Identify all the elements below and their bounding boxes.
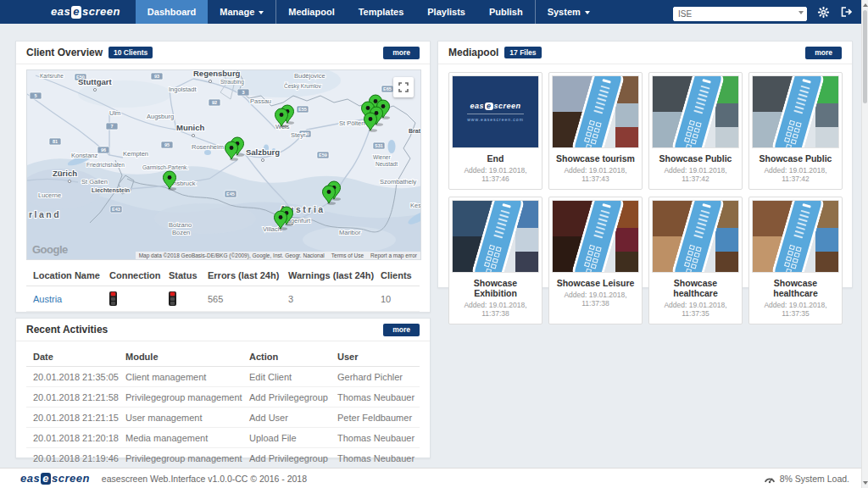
media-card-showcase-healthcare[interactable]: Showcase healthcareAdded: 19.01.2018, 11… (748, 197, 843, 324)
media-added-timestamp: Added: 19.01.2018, 11:37:42 (752, 166, 839, 183)
logout-button[interactable] (840, 6, 853, 18)
media-title: Showcase Leisure (552, 278, 639, 288)
media-title: Showcase healthcare (652, 278, 739, 298)
activity-action: Edit Client (249, 372, 337, 382)
media-card-showcase-leisure[interactable]: Showcase LeisureAdded: 19.01.2018, 11:37… (548, 197, 643, 324)
map-city-label: Szombathely (380, 178, 417, 186)
fullscreen-icon (398, 82, 409, 92)
search-input[interactable] (673, 7, 807, 21)
activity-row[interactable]: 20.01.2018 21:21:15User managementAdd Us… (26, 408, 420, 428)
version-text: easescreen Web.Interface v1.0.0-CC © 201… (102, 474, 307, 484)
road-shield: E59 (317, 152, 329, 158)
map-city-label: Zürich (53, 169, 77, 178)
media-thumbnail (552, 200, 639, 273)
location-link[interactable]: Austria (33, 294, 62, 304)
media-card-showcase-exhibition[interactable]: Showcase ExhibitionAdded: 19.01.2018, 11… (448, 197, 542, 324)
map-city-label: Bolzano (169, 221, 192, 229)
mediapool-panel: Mediapool 17 Files more easescreenwww.ea… (437, 41, 853, 288)
scrollbar-thumb[interactable] (863, 10, 867, 103)
map-city-label: rland (29, 209, 61, 219)
media-title: End (452, 153, 539, 164)
table-header-row: DateModuleActionUser (26, 347, 420, 367)
brand-logo[interactable]: easescreen (0, 0, 136, 24)
activity-date: 20.01.2018 21:35:05 (33, 372, 125, 382)
activity-row[interactable]: 20.01.2018 21:21:58Privilegegroup manage… (26, 387, 420, 408)
media-card-showcase-public[interactable]: Showcase PublicAdded: 19.01.2018, 11:37:… (748, 72, 843, 190)
nav-item-system[interactable]: System (536, 0, 602, 24)
table-row[interactable]: Austria565310 (26, 286, 420, 312)
activity-row[interactable]: 20.01.2018 21:19:46Privilegegroup manage… (26, 448, 420, 469)
nav-item-dashboard[interactable]: Dashboard (136, 0, 208, 24)
nav-item-mediapool[interactable]: Mediapool (276, 0, 346, 24)
nav-item-publish[interactable]: Publish (477, 0, 536, 24)
road-shield: 95 (161, 141, 173, 148)
svg-text:E65: E65 (383, 86, 392, 92)
media-title: Showcase healthcare (752, 278, 839, 298)
report-map-error-link[interactable]: Report a map error (370, 252, 417, 258)
activity-user: Peter Feldbaumer (337, 413, 428, 423)
map-canvas: E505939279596813E55E60E59E65E43E45S31 Ka… (27, 70, 421, 260)
clients-map[interactable]: E505939279596813E55E60E59E65E43E45S31 Ka… (26, 69, 421, 260)
media-card-showcase-tourism[interactable]: Showcase tourismAdded: 19.01.2018, 11:37… (548, 72, 643, 190)
nav-item-label: Dashboard (147, 7, 196, 17)
scroll-up-arrow-icon[interactable] (863, 3, 868, 7)
column-header: Clients (381, 270, 428, 280)
settings-button[interactable] (817, 6, 830, 19)
media-card-end[interactable]: easescreenwww.easescreen.comEndAdded: 19… (448, 72, 542, 190)
road-shield: 96 (97, 147, 109, 153)
easescreen-logo: easescreen (51, 5, 120, 18)
files-count-badge: 17 Files (504, 47, 541, 58)
page-scrollbar[interactable] (861, 0, 868, 488)
gauge-icon (764, 474, 776, 484)
road-shield: E55 (297, 106, 309, 113)
map-data-credit: Map data ©2018 GeoBasis-DE/BKG (©2009), … (139, 252, 325, 258)
client-overview-panel: Client Overview 10 Clients more (15, 41, 431, 313)
media-title: Showcase Exhibition (452, 278, 539, 298)
chevron-down-icon (259, 11, 264, 14)
nav-item-label: Templates (359, 7, 404, 17)
map-city-label: Bozen (172, 229, 190, 236)
nav-item-templates[interactable]: Templates (347, 0, 416, 24)
activities-more-button[interactable]: more (383, 324, 420, 336)
media-title: Showcase tourism (552, 153, 639, 164)
gear-icon (817, 6, 830, 19)
media-card-showcase-healthcare[interactable]: Showcase healthcareAdded: 19.01.2018, 11… (648, 197, 743, 324)
nav-item-playlists[interactable]: Playlists (415, 0, 477, 24)
chevron-down-icon[interactable] (798, 11, 804, 14)
nav-item-manage[interactable]: Manage (208, 0, 276, 24)
status-icon (169, 291, 176, 306)
map-city-label: Maribor (339, 229, 361, 236)
activity-user: Gerhard Pichler (337, 372, 428, 382)
client-overview-more-button[interactable]: more (383, 47, 420, 59)
map-fullscreen-button[interactable] (393, 77, 414, 97)
map-attribution: Map data ©2018 GeoBasis-DE/BKG (©2009), … (136, 252, 420, 259)
map-city-label: Český Krumlov (284, 82, 321, 90)
activity-row[interactable]: 20.01.2018 21:20:18Media managementUploa… (26, 428, 420, 448)
panel-title: Client Overview (26, 47, 103, 58)
connection-status-icon (109, 291, 117, 306)
warnings-value: 3 (288, 294, 381, 304)
activity-action: Upload File (249, 433, 337, 443)
mediapool-more-button[interactable]: more (805, 47, 842, 59)
road-shield: 92 (209, 99, 220, 106)
svg-text:96: 96 (101, 147, 106, 152)
table-header-row: Location NameConnectionStatusErrors (las… (26, 265, 420, 286)
map-city-label: Keszthe (410, 202, 421, 209)
activity-module: Privilegegroup management (125, 392, 249, 402)
svg-text:93: 93 (154, 74, 159, 79)
clients-count-badge: 10 Clients (108, 47, 153, 58)
client-search-select[interactable] (673, 5, 807, 19)
activity-module: Client management (125, 372, 249, 382)
scroll-down-arrow-icon[interactable] (863, 481, 868, 485)
media-thumbnail (752, 200, 839, 273)
map-city-label: Brat (409, 128, 421, 134)
media-card-showcase-public[interactable]: Showcase PublicAdded: 19.01.2018, 11:37:… (648, 72, 743, 190)
chevron-down-icon (585, 11, 590, 14)
activity-row[interactable]: 20.01.2018 21:35:05Client managementEdit… (26, 367, 420, 387)
terms-of-use-link[interactable]: Terms of Use (331, 252, 364, 258)
column-header: Module (125, 352, 249, 362)
easescreen-logo: easescreen (470, 102, 520, 111)
activity-action: Add Privilegegroup (249, 453, 337, 463)
google-logo[interactable]: Google (32, 243, 68, 256)
activities-table: DateModuleActionUser 20.01.2018 21:35:05… (26, 347, 420, 469)
